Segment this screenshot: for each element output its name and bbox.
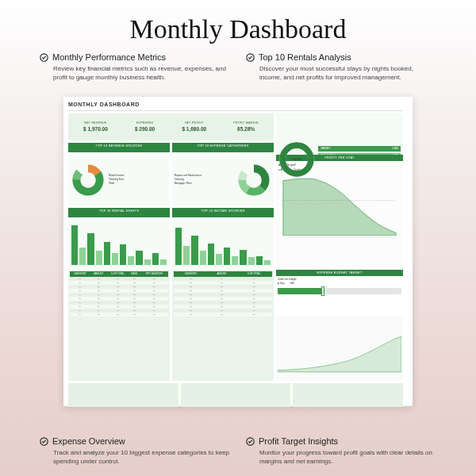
feature-rentals: Top 10 Rentals Analysis Discover your mo… [246,52,436,83]
profit-ring: 118.63% [278,141,315,178]
target-row: TARGET1,000 [318,146,401,152]
budget-target: EXPENSE BUDGET TARGET Under the budget! … [276,270,403,314]
check-icon [246,437,255,446]
features-bottom: Expense Overview Track and analyze your … [0,436,476,466]
footer-row [68,383,403,407]
feature-title: Top 10 Rentals Analysis [259,52,351,62]
data-table-right: CATEGORYAMOUNT% OF TOTAL ——— ——— ——— ———… [172,270,274,381]
dashboard-title: MONTHLY DASHBOARD [68,102,403,111]
cumulative-profit [276,317,403,381]
kpi-net-profit: NET PROFIT$ 1,680.00 [182,121,206,132]
feature-desc: Monitor your progress toward profit goal… [246,449,436,466]
donut-revenue: Rental IncomeCleaning FeesOther [68,155,170,205]
feature-desc: Discover your most successful stays by n… [246,65,436,83]
dashboard-screenshot: MONTHLY DASHBOARD NET REVENUE$ 1,970.00 … [63,97,413,406]
page-title: Monthly Dashboard [0,0,476,52]
feature-title: Expense Overview [52,436,125,446]
donut2-header: TOP 10 EXPENSE CATEGORIES [172,143,274,152]
feature-expense: Expense Overview Track and analyze your … [40,436,230,466]
bar1-header: TOP 10 RENTAL NIGHTS [68,208,170,217]
budget-bar [278,288,401,294]
lower-right-col: EXPENSE BUDGET TARGET Under the budget! … [276,270,403,381]
check-icon [246,53,255,62]
donut1-header: TOP 10 REVENUE SOURCES [68,143,170,152]
bar2-header: TOP 10 INCOME SOURCES [172,208,274,217]
bar-rental-nights [68,220,170,267]
table-row: ——— [174,313,272,317]
table-row: ————— [70,313,168,317]
area-chart [278,172,401,236]
donut-legend: Repairs and MaintenanceCleaningMortgage … [175,174,233,185]
kpi-expenses: EXPENSES$ 290.00 [135,121,155,132]
kpi-margin: PROFIT MARGIN85.28% [233,121,259,132]
donut-legend: Rental IncomeCleaning FeesOther [109,174,167,185]
feature-desc: Track and analyze your 10 biggest expens… [40,449,230,466]
bar-income [172,220,274,267]
features-top: Monthly Performance Metrics Review key f… [0,52,476,90]
data-table-left: CATEGORYAMOUNT% OF TOTALRANKTOP CATEGORY… [68,270,170,381]
donut-expense: Repairs and MaintenanceCleaningMortgage … [172,155,274,205]
feature-title: Profit Target Insights [259,436,338,446]
kpi-net-revenue: NET REVENUE$ 1,970.00 [83,121,108,132]
feature-metrics: Monthly Performance Metrics Review key f… [40,52,230,83]
kpi-bar: NET REVENUE$ 1,970.00 EXPENSES$ 290.00 N… [68,113,274,140]
feature-desc: Review key financial metrics such as rev… [40,65,230,83]
check-icon [40,53,48,62]
feature-title: Monthly Performance Metrics [52,52,166,62]
check-icon [40,437,48,446]
feature-profit-targets: Profit Target Insights Monitor your prog… [246,436,436,466]
